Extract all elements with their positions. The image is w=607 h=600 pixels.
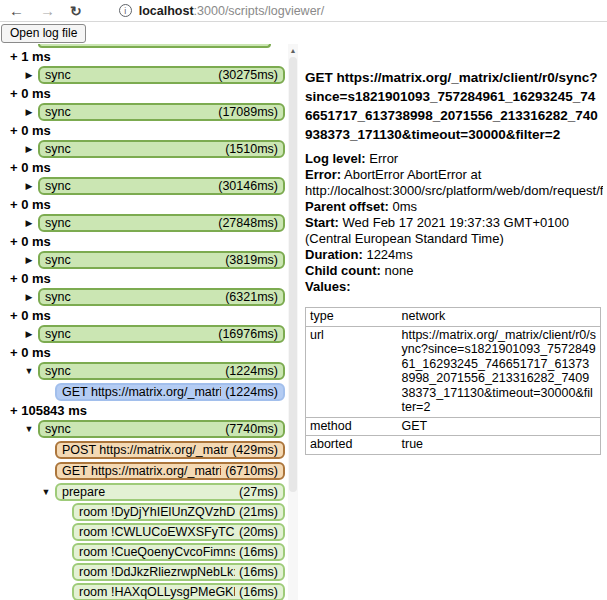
log-item-duration: (17089ms) — [218, 105, 278, 119]
log-item-label: sync — [45, 179, 214, 193]
log-item-duration: (6321ms) — [225, 290, 278, 304]
log-item-label: prepare — [62, 485, 235, 499]
log-item-duration: (30275ms) — [218, 68, 278, 82]
table-row: aborted true — [306, 436, 601, 455]
log-item-label: sync — [45, 105, 214, 119]
expand-arrow-icon[interactable]: ▶ — [20, 181, 38, 191]
log-item-row: ▶ sync (1510ms) — [0, 140, 285, 158]
log-item-bar[interactable]: sync (17089ms) — [38, 103, 285, 121]
log-item-bar[interactable]: GET https://matrix.org/_matri… (6710ms) — [55, 462, 285, 480]
log-item-duration: (16ms) — [239, 565, 278, 579]
time-gap-label: + 0 ms — [10, 346, 285, 359]
log-item-row: ▶ sync (3819ms) — [0, 251, 285, 269]
open-log-file-button[interactable]: Open log file — [1, 24, 86, 43]
log-item-bar[interactable]: sync (1224ms) — [38, 362, 285, 380]
collapse-arrow-icon[interactable]: ▼ — [20, 424, 38, 434]
log-item-duration: (16ms) — [239, 545, 278, 559]
log-item-row: room !CueQoenyCvcoFimnsf… (16ms) — [0, 543, 285, 561]
log-item-label: room !CWLUCoEWXSFyTC… — [79, 525, 235, 539]
log-item-row: GET https://matrix.org/_matri… (6710ms) — [0, 462, 285, 480]
site-info-icon[interactable]: i — [119, 4, 132, 17]
field-values-heading: Values: — [305, 279, 603, 295]
log-item-row: POST https://matrix.org/_matri… (429ms) — [0, 441, 285, 459]
logviewer-main: + 1 ms ▶ sync (30275ms) + 0 ms ▶ sync (1… — [0, 44, 607, 600]
field-value: AbortError AbortError at http://localhos… — [305, 167, 603, 198]
forward-button[interactable]: → — [40, 3, 55, 18]
field-label: Parent offset: — [305, 199, 389, 214]
log-item-bar[interactable]: POST https://matrix.org/_matri… (429ms) — [55, 441, 285, 459]
log-item-bar[interactable]: room !DyDjYhIElUnZQVzhD… (21ms) — [72, 503, 285, 521]
expand-arrow-icon[interactable]: ▶ — [20, 255, 38, 265]
field-label: Start: — [305, 215, 339, 230]
log-item-row: room !DdJkzRliezrwpNebLk:… (16ms) — [0, 563, 285, 581]
log-item-bar[interactable]: room !DdJkzRliezrwpNebLk:… (16ms) — [72, 563, 285, 581]
log-item-duration: (1510ms) — [225, 142, 278, 156]
time-gap-label: + 0 ms — [10, 272, 285, 285]
browser-toolbar: ← → ↻ i localhost:3000/scripts/logviewer… — [0, 0, 607, 22]
time-gap-label: + 0 ms — [10, 87, 285, 100]
log-item-bar[interactable]: prepare (27ms) — [55, 483, 285, 501]
expand-arrow-icon[interactable]: ▶ — [20, 144, 38, 154]
expand-arrow-icon[interactable]: ▶ — [20, 218, 38, 228]
field-log-level: Log level: Error — [305, 151, 603, 167]
log-item-duration: (21ms) — [239, 505, 278, 519]
scrollbar-thumb[interactable] — [289, 57, 297, 492]
log-item-bar[interactable]: sync (27848ms) — [38, 214, 285, 232]
table-row: method GET — [306, 417, 601, 436]
value-cell: network — [398, 308, 601, 327]
time-gap-label: + 0 ms — [10, 161, 285, 174]
url-path: :3000/scripts/logviewer/ — [194, 4, 325, 18]
value-key: type — [306, 308, 398, 327]
log-item-label: sync — [45, 142, 221, 156]
request-title: GET https://matrix.org/_matrix/client/r0… — [305, 68, 601, 144]
log-item-row: ▶ sync (27848ms) — [0, 214, 285, 232]
value-key: method — [306, 417, 398, 436]
log-item-label: GET https://matrix.org/_matri… — [62, 464, 221, 478]
tree-scrollbar[interactable]: ▲ — [288, 44, 298, 600]
log-item-bar[interactable]: sync (1510ms) — [38, 140, 285, 158]
time-gap-label: + 0 ms — [10, 309, 285, 322]
log-item-duration: (20ms) — [239, 525, 278, 539]
log-item-bar[interactable]: sync (6321ms) — [38, 288, 285, 306]
field-value: Wed Feb 17 2021 19:37:33 GMT+0100 (Centr… — [305, 215, 569, 246]
address-bar[interactable]: localhost:3000/scripts/logviewer/ — [139, 4, 325, 18]
log-item-label: room !HAXqOLLysgPMeGKh… — [79, 585, 235, 599]
value-key: url — [306, 326, 398, 417]
log-item-row: ▶ sync (16976ms) — [0, 325, 285, 343]
log-item-bar[interactable]: sync (7740ms) — [38, 420, 285, 438]
log-item-duration: (16976ms) — [218, 327, 278, 341]
field-value: Error — [369, 151, 398, 166]
log-item-label: sync — [45, 327, 214, 341]
clipped-log-item[interactable] — [38, 44, 271, 48]
time-gap-label: + 105843 ms — [10, 404, 285, 417]
field-child-count: Child count: none — [305, 263, 603, 279]
expand-arrow-icon[interactable]: ▶ — [20, 70, 38, 80]
scroll-up-arrow-icon[interactable]: ▲ — [288, 44, 298, 56]
log-item-bar[interactable]: sync (16976ms) — [38, 325, 285, 343]
back-button[interactable]: ← — [9, 3, 24, 18]
log-item-label: room !DyDjYhIElUnZQVzhD… — [79, 505, 235, 519]
value-cell: GET — [398, 417, 601, 436]
log-item-duration: (27848ms) — [218, 216, 278, 230]
selected-log-item-bar[interactable]: GET https://matrix.org/_matri… (1224ms) — [55, 383, 285, 401]
log-item-label: POST https://matrix.org/_matri… — [62, 443, 228, 457]
collapse-arrow-icon[interactable]: ▼ — [37, 487, 55, 497]
field-value: 1224ms — [366, 247, 412, 262]
log-item-bar[interactable]: room !CueQoenyCvcoFimnsf… (16ms) — [72, 543, 285, 561]
log-item-bar[interactable]: sync (3819ms) — [38, 251, 285, 269]
log-item-row: room !HAXqOLLysgPMeGKh… (16ms) — [0, 583, 285, 600]
log-item-bar[interactable]: room !CWLUCoEWXSFyTC… (20ms) — [72, 523, 285, 541]
log-item-bar[interactable]: sync (30275ms) — [38, 66, 285, 84]
log-tree-panel: + 1 ms ▶ sync (30275ms) + 0 ms ▶ sync (1… — [0, 44, 299, 600]
expand-arrow-icon[interactable]: ▶ — [20, 292, 38, 302]
log-item-duration: (3819ms) — [225, 253, 278, 267]
expand-arrow-icon[interactable]: ▶ — [20, 329, 38, 339]
log-item-duration: (1224ms) — [225, 364, 278, 378]
log-item-bar[interactable]: room !HAXqOLLysgPMeGKh… (16ms) — [72, 583, 285, 600]
collapse-arrow-icon[interactable]: ▼ — [20, 366, 38, 376]
log-item-label: sync — [45, 216, 214, 230]
expand-arrow-icon[interactable]: ▶ — [20, 107, 38, 117]
log-item-row: ▼ prepare (27ms) — [0, 483, 285, 501]
reload-button[interactable]: ↻ — [70, 4, 82, 18]
log-item-bar[interactable]: sync (30146ms) — [38, 177, 285, 195]
